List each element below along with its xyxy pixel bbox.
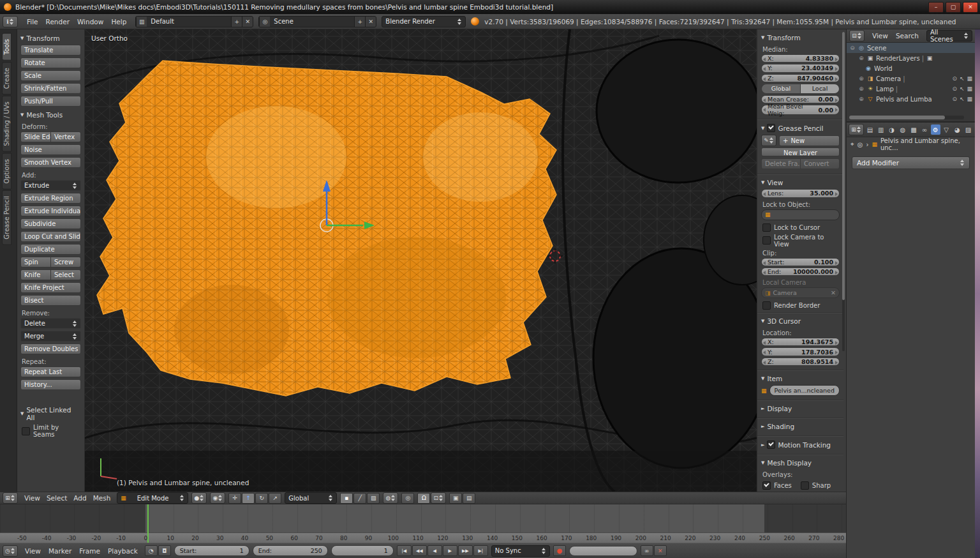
slide-edge-button[interactable]: Slide Edg	[20, 132, 51, 142]
expand-closed-icon[interactable]: ⊕	[858, 96, 865, 102]
show-seconds-icon[interactable]: ◔	[145, 545, 158, 556]
tab-render-icon[interactable]: ▤	[865, 124, 875, 135]
cursor-z-slider[interactable]: Z:808.9514	[761, 358, 840, 366]
duplicate-button[interactable]: Duplicate	[20, 244, 81, 255]
minimize-button[interactable]: –	[928, 2, 944, 13]
scene-selector[interactable]: ◎ Scene + ✕	[258, 16, 376, 27]
noise-button[interactable]: Noise	[20, 144, 81, 155]
grease-pencil-checkbox[interactable]	[767, 124, 775, 132]
knife-project-button[interactable]: Knife Project	[20, 282, 81, 293]
smooth-vertex-button[interactable]: Smooth Vertex	[20, 157, 81, 168]
outliner-row-scene[interactable]: ⊖ ◎ Scene	[847, 43, 975, 53]
spin-button[interactable]: Spin	[20, 257, 51, 268]
tab-object-icon[interactable]: ▩	[909, 124, 918, 135]
gp-new-button[interactable]: +New	[779, 135, 840, 146]
outliner-row-camera[interactable]: ⊕ ◨ Camera | ⊙ ↖ ▦	[847, 73, 975, 84]
gp-draw-mode-dropdown[interactable]: ✎	[761, 135, 776, 146]
expand-closed-icon[interactable]: ⊕	[858, 86, 865, 92]
insert-keyframe-icon[interactable]: ∞	[641, 545, 653, 556]
tab-material-icon[interactable]: ◕	[953, 124, 962, 135]
pin-icon[interactable]: ⌖	[850, 140, 854, 148]
faces-checkbox[interactable]	[762, 481, 771, 490]
properties-editor-type-button[interactable]: ⊞	[849, 124, 864, 135]
transform-section-header[interactable]: ▼Transform	[761, 34, 840, 41]
view-section-header[interactable]: ▼View	[761, 179, 840, 186]
push-pull-button[interactable]: Push/Pull	[20, 96, 81, 107]
median-z-slider[interactable]: Z:847.90460	[761, 74, 840, 82]
local-camera-field[interactable]: ◨ Camera ✕	[761, 287, 840, 298]
proportional-edit-dropdown[interactable]: ◎	[401, 493, 414, 504]
knife-button[interactable]: Knife	[20, 269, 51, 280]
menu-item[interactable]: Frame	[75, 547, 104, 555]
3d-cursor-section-header[interactable]: ▼3D Cursor	[761, 317, 840, 325]
lock-camera-checkbox[interactable]	[762, 236, 771, 245]
lock-time-icon[interactable]: ◘	[158, 545, 171, 556]
outliner-editor-type-button[interactable]: ⊟	[849, 30, 865, 41]
clip-end-slider[interactable]: End:100000.000	[761, 268, 840, 276]
global-toggle[interactable]: Global	[761, 84, 801, 94]
menu-item[interactable]: Select	[43, 494, 70, 502]
hide-icon[interactable]: ⊙	[952, 96, 957, 102]
cursor-y-slider[interactable]: Y:178.7036	[761, 347, 840, 356]
menu-item[interactable]: Render	[42, 18, 73, 26]
hide-icon[interactable]: ⊙	[952, 75, 957, 82]
remove-doubles-button[interactable]: Remove Doubles	[20, 343, 81, 354]
loop-cut-button[interactable]: Loop Cut and Slide	[20, 231, 81, 242]
gp-new-layer-button[interactable]: New Layer	[761, 147, 840, 156]
tab-grease-pencil[interactable]: Grease Pencil	[2, 190, 11, 245]
cursor-x-slider[interactable]: X:194.3675	[761, 338, 840, 346]
render-restrict-icon[interactable]: ▦	[967, 75, 972, 82]
orientation-dropdown[interactable]: Global	[285, 492, 337, 504]
scale-manipulator-icon[interactable]: ↗	[269, 493, 281, 504]
play-button[interactable]: ▶	[443, 545, 457, 556]
manipulator-toggle[interactable]: ✛	[228, 493, 241, 504]
tab-shading-uvs[interactable]: Shading / UVs	[2, 96, 11, 152]
render-restrict-icon[interactable]: ▦	[967, 96, 972, 102]
screw-button[interactable]: Screw	[51, 257, 81, 268]
end-frame-slider[interactable]: End:250	[253, 545, 328, 556]
median-y-slider[interactable]: Y:23.40349	[761, 64, 840, 72]
outliner-row-renderlayers[interactable]: ⊕ ▣ RenderLayers | ▣	[847, 53, 975, 63]
scene-delete-button[interactable]: ✕	[365, 17, 376, 27]
prev-keyframe-button[interactable]: ◀◀	[412, 545, 427, 556]
opengl-render-icon[interactable]: ▣	[449, 493, 462, 504]
close-button[interactable]: ✕	[963, 2, 978, 13]
layout-delete-button[interactable]: ✕	[242, 17, 253, 27]
maximize-button[interactable]: ▢	[946, 2, 961, 13]
tab-world-icon[interactable]: ◍	[898, 124, 907, 135]
current-frame-field[interactable]: 1	[331, 545, 394, 556]
repeat-last-button[interactable]: Repeat Last	[20, 366, 81, 377]
selectable-icon[interactable]: ↖	[960, 75, 965, 82]
outliner-row-lamp[interactable]: ⊕ ☀ Lamp | ⊙ ↖ ▦	[847, 84, 975, 94]
timeline-editor[interactable]: -50-40-30-20-100102030405060708090100110…	[0, 504, 846, 543]
menu-item[interactable]: View	[868, 32, 892, 40]
mean-bevel-slider[interactable]: Mean Bevel Weig:0.00	[761, 105, 840, 115]
render-border-checkbox[interactable]	[762, 301, 771, 310]
menu-item[interactable]: Mesh	[90, 494, 114, 502]
outliner-row-world[interactable]: ◉ World	[847, 63, 975, 73]
timeline-editor-type-button[interactable]: ◷	[3, 545, 18, 557]
tab-options[interactable]: Options	[2, 153, 11, 190]
delete-keyframe-icon[interactable]: ✕	[654, 545, 667, 556]
outliner-row-mesh[interactable]: ⊕ ▽ Pelvis and Lumbar spine, u ⊙ ↖ ▦	[847, 94, 975, 104]
mesh-display-section-header[interactable]: ▼Mesh Display	[761, 459, 840, 467]
menu-item[interactable]: Add	[70, 494, 89, 502]
edge-select-mode-icon[interactable]: ╱	[353, 493, 366, 504]
scale-button[interactable]: Scale	[20, 70, 81, 81]
expand-open-icon[interactable]: ⊖	[849, 45, 856, 51]
scene-add-button[interactable]: +	[354, 17, 365, 27]
median-x-slider[interactable]: X:4.83380	[761, 54, 840, 63]
delete-dropdown[interactable]: Delete	[20, 318, 81, 329]
bisect-button[interactable]: Bisect	[20, 295, 81, 306]
display-section-header[interactable]: ►Display	[761, 405, 840, 412]
sharp-checkbox[interactable]	[801, 481, 809, 490]
lens-slider[interactable]: Lens:35.000	[761, 189, 840, 197]
transform-panel-header[interactable]: ▼Transform	[20, 34, 81, 42]
mode-dropdown[interactable]: ▦ Edit Mode	[117, 492, 188, 504]
rotate-button[interactable]: Rotate	[20, 57, 81, 68]
tab-create[interactable]: Create	[2, 62, 11, 94]
slide-vertex-button[interactable]: Vertex	[51, 132, 81, 142]
gp-convert-button[interactable]: Convert	[801, 158, 840, 169]
subdivide-button[interactable]: Subdivide	[20, 218, 81, 229]
clear-camera-icon[interactable]: ✕	[831, 289, 836, 296]
